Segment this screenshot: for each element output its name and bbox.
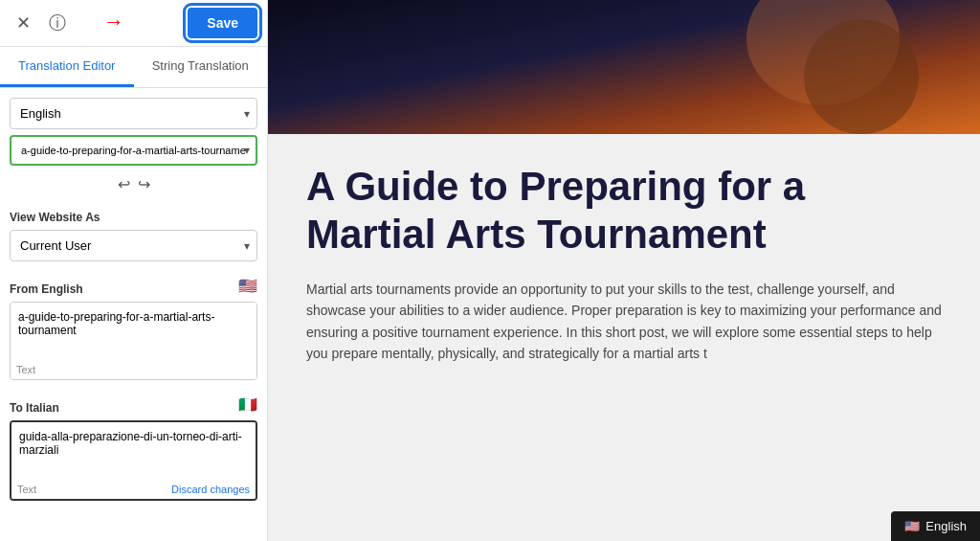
english-badge-flag: 🇺🇸	[904, 519, 920, 533]
article-body-text: Martial arts tournaments provide an oppo…	[306, 279, 942, 365]
to-italian-flag: 🇮🇹	[238, 395, 257, 414]
from-english-label: From English	[10, 282, 83, 296]
view-as-select-wrapper: Current User Guest Admin	[10, 230, 257, 261]
tabs-container: Translation Editor String Translation	[0, 47, 267, 88]
article-title: A Guide to Preparing for a Martial Arts …	[306, 163, 942, 259]
to-italian-box: Text Discard changes	[10, 420, 257, 501]
view-as-select[interactable]: Current User Guest Admin	[10, 230, 257, 261]
save-button[interactable]: Save	[188, 8, 257, 38]
top-bar: ✕ ⓘ → Save	[0, 0, 267, 47]
top-red-arrow-indicator: →	[103, 10, 124, 34]
language-select[interactable]: English Italian French Spanish	[10, 98, 257, 129]
to-italian-label: To Italian	[10, 401, 59, 415]
left-panel: ✕ ⓘ → Save Translation Editor String Tra…	[0, 0, 268, 541]
right-content: A Guide to Preparing for a Martial Arts …	[268, 0, 980, 541]
view-website-as-label: View Website As	[10, 211, 257, 224]
to-italian-textarea[interactable]	[11, 422, 256, 478]
to-italian-container: ← Text Discard changes	[10, 420, 257, 501]
from-english-box: Text	[10, 302, 257, 380]
hero-image	[268, 0, 980, 134]
slug-select-wrapper: a-guide-to-preparing-for-a-martial-arts-…	[10, 135, 257, 166]
undo-redo-bar: ↩ ↪	[10, 171, 257, 197]
to-italian-header: To Italian 🇮🇹	[10, 394, 257, 415]
tab-translation-editor[interactable]: Translation Editor	[0, 47, 134, 87]
info-button[interactable]: ⓘ	[44, 10, 71, 36]
language-select-wrapper: English Italian French Spanish	[10, 98, 257, 129]
close-button[interactable]: ✕	[10, 10, 36, 36]
article-body: A Guide to Preparing for a Martial Arts …	[268, 134, 980, 541]
english-badge[interactable]: 🇺🇸 English	[891, 511, 980, 541]
svg-point-2	[804, 19, 919, 134]
from-english-footer: Text	[11, 362, 256, 379]
slug-select[interactable]: a-guide-to-preparing-for-a-martial-arts-…	[10, 135, 257, 166]
to-italian-footer-text: Text	[17, 484, 36, 495]
redo-button[interactable]: ↪	[138, 175, 150, 193]
from-english-textarea[interactable]	[11, 303, 256, 358]
panel-content: English Italian French Spanish a-guide-t…	[0, 88, 267, 510]
to-italian-footer: Text Discard changes	[11, 482, 256, 499]
english-badge-label: English	[925, 519, 967, 533]
from-english-flag: 🇺🇸	[238, 277, 257, 295]
tab-string-translation[interactable]: String Translation	[134, 47, 268, 87]
discard-changes-link[interactable]: Discard changes	[171, 484, 250, 495]
from-english-header: From English 🇺🇸	[10, 275, 257, 296]
undo-button[interactable]: ↩	[118, 175, 130, 193]
